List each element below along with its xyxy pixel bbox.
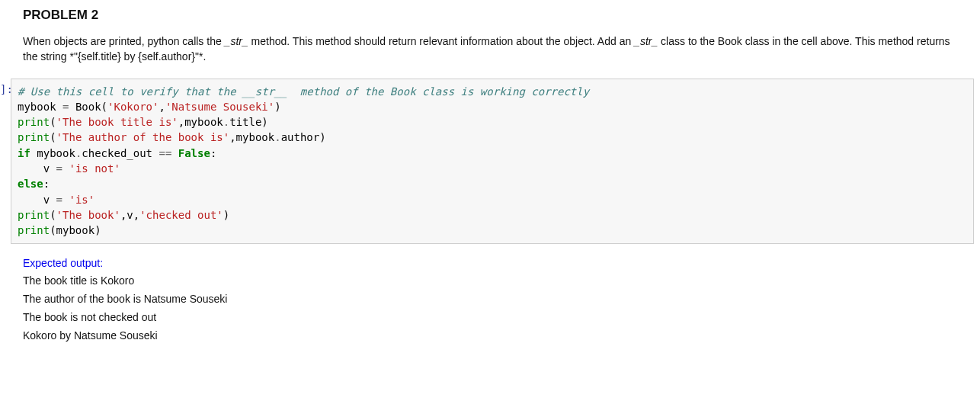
code-comment: # Use this cell to verify that the __str…: [18, 85, 589, 98]
code-token: =: [56, 194, 62, 206]
expected-output-heading: Expected output:: [23, 255, 957, 273]
execution-prompt: ]:: [0, 79, 11, 95]
markdown-cell: PROBLEM 2 When objects are printed, pyth…: [0, 0, 980, 77]
code-string: 'Kokoro': [107, 101, 159, 113]
code-token: (: [50, 209, 56, 221]
code-token: ): [274, 101, 280, 113]
expected-output-line: The book title is Kokoro: [23, 272, 957, 290]
code-token: ): [223, 209, 229, 221]
code-token: (: [50, 131, 56, 143]
problem-body: When objects are printed, python calls t…: [23, 34, 957, 65]
code-builtin: print: [18, 209, 50, 221]
code-string: 'The book': [56, 209, 120, 221]
italic-str-1: _str_: [225, 35, 248, 47]
code-keyword: False: [178, 147, 210, 159]
code-token: .: [274, 131, 280, 143]
code-token: Book(: [69, 101, 107, 113]
code-token: .: [223, 116, 229, 128]
code-string: 'is not': [69, 162, 120, 175]
code-builtin: print: [18, 224, 50, 236]
code-string: 'The author of the book is': [56, 131, 230, 143]
code-token: ,v,: [120, 209, 139, 221]
code-string: 'Natsume Souseki': [165, 101, 274, 113]
code-string: 'The book title is': [56, 116, 178, 128]
italic-str-2: _str_: [634, 35, 658, 47]
code-token: author): [281, 131, 326, 143]
code-builtin: print: [18, 116, 50, 128]
expected-output-line: The book is not checked out: [23, 309, 957, 327]
code-cell: ]: # Use this cell to verify that the __…: [0, 79, 980, 244]
code-builtin: print: [18, 131, 50, 143]
code-keyword: if: [18, 147, 30, 159]
code-token: [171, 147, 178, 159]
code-input[interactable]: # Use this cell to verify that the __str…: [11, 79, 974, 244]
code-token: mybook: [30, 147, 75, 159]
code-token: :: [43, 178, 50, 190]
expected-output-line: The author of the book is Natsume Sousek…: [23, 290, 957, 309]
text: method. This method should return releva…: [248, 35, 634, 47]
problem-heading: PROBLEM 2: [23, 8, 957, 23]
code-token: mybook: [18, 101, 62, 113]
code-token: ,mybook: [229, 131, 274, 143]
code-token: v: [18, 194, 56, 206]
code-token: (mybook): [50, 224, 101, 236]
code-token: v: [18, 162, 56, 175]
code-token: :: [210, 147, 216, 159]
code-token: ,mybook: [178, 116, 223, 128]
expected-output-cell: Expected output: The book title is Kokor…: [0, 244, 980, 358]
code-token: ,: [159, 101, 165, 113]
text: When objects are printed, python calls t…: [23, 35, 225, 47]
code-string: 'checked out': [139, 209, 223, 221]
code-token: ==: [159, 147, 171, 159]
code-token: =: [56, 162, 62, 175]
code-token: title): [229, 116, 268, 128]
expected-output-line: Kokoro by Natsume Souseki: [23, 327, 957, 345]
code-keyword: else: [18, 178, 43, 190]
code-token: (: [50, 116, 56, 128]
code-string: 'is': [69, 194, 94, 206]
code-token: checked_out: [82, 147, 159, 159]
